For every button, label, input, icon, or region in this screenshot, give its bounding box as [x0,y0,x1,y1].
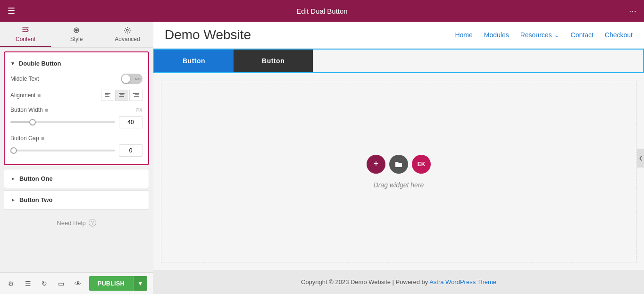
history-icon[interactable]: ↻ [39,278,50,289]
editor-title: Edit Dual Button [296,7,347,15]
double-button-label: Double Button [19,60,61,67]
tab-content[interactable]: Content [0,22,51,47]
need-help[interactable]: Need Help ? [0,211,153,234]
nav-modules[interactable]: Modules [484,31,509,39]
sidebar-content: ▼ Double Button Middle Text Alignment ◼ [0,48,153,272]
slider-fill [10,121,31,123]
button-gap-label: Button Gap ◼ [10,135,142,142]
button-width-label: Button Width ◼ [10,107,133,113]
button-width-row: Button Width ◼ PX [5,104,148,114]
toggle-knob [122,75,130,83]
tab-advanced-label: Advanced [115,36,140,42]
site-footer: Copyright © 2023 Demo Website | Powered … [153,270,644,294]
middle-text-label: Middle Text [10,76,117,82]
middle-text-toggle[interactable] [121,74,142,84]
tab-content-label: Content [16,36,35,42]
demo-nav: Demo Website Home Modules Resources ⌄ Co… [153,22,644,49]
tab-style-label: Style [70,36,83,42]
button-two-arrow-icon: ► [11,197,16,202]
monitor-icon-3: ◼ [41,136,44,141]
button-one[interactable]: Button [154,50,234,72]
gap-slider-thumb[interactable] [10,147,17,154]
button-gap-slider[interactable] [10,150,115,151]
px-label: PX [136,108,142,113]
content-area: Button Button + EK Drag widget here [153,49,644,270]
button-gap-row: Button Gap ◼ [5,132,148,143]
button-width-slider-row [5,114,148,132]
slider-thumb[interactable] [29,119,36,126]
nav-links: Home Modules Resources ⌄ Contact Checkou… [455,31,633,39]
button-two-section: ► Button Two [4,190,149,210]
chevron-down-icon: ⌄ [554,31,560,39]
drop-zone-actions: + EK [367,155,431,174]
dual-buttons: Button Button [154,50,643,72]
publish-group: PUBLISH ▼ [89,276,147,291]
sidebar-tabs: Content Style Advanced [0,22,153,48]
button-one-section: ► Button One [4,169,149,188]
nav-contact[interactable]: Contact [571,31,594,39]
publish-button[interactable]: PUBLISH [89,276,133,291]
button-two-label: Button Two [19,196,53,203]
preview-icon[interactable]: ▭ [56,278,67,289]
button-gap-input[interactable] [119,144,142,157]
site-title: Demo Website [165,27,251,42]
panel-collapse-handle[interactable]: ❮ [637,149,644,168]
menu-icon[interactable]: ☰ [8,6,15,16]
double-button-section: ▼ Double Button Middle Text Alignment ◼ [4,51,149,165]
nav-home[interactable]: Home [455,31,472,39]
footer-link[interactable]: Astra WordPress Theme [429,278,496,286]
double-button-header[interactable]: ▼ Double Button [5,56,148,71]
alignment-buttons [101,90,142,101]
layers-icon[interactable]: ☰ [22,278,33,289]
settings-icon[interactable]: ⚙ [6,278,17,289]
folder-button[interactable] [389,155,408,174]
button-gap-slider-row [5,143,148,160]
ext-button[interactable]: EK [412,155,431,174]
button-one-arrow-icon: ► [11,176,16,181]
nav-checkout[interactable]: Checkout [605,31,633,39]
tab-advanced[interactable]: Advanced [102,22,153,47]
collapse-arrow-icon: ▼ [10,61,15,66]
nav-resources[interactable]: Resources ⌄ [520,31,560,39]
sidebar: Content Style Advanced [0,22,153,294]
drop-zone: + EK Drag widget here [161,81,636,262]
align-right-button[interactable] [129,90,142,101]
button-one-label: Button One [19,175,53,182]
need-help-text: Need Help [57,219,85,227]
alignment-label: Alignment ◼ [10,92,97,99]
svg-point-2 [126,29,128,31]
align-center-button[interactable] [115,90,128,101]
button-two-header[interactable]: ► Button Two [4,191,149,209]
button-one-header[interactable]: ► Button One [4,169,149,188]
alignment-row: Alignment ◼ [5,87,148,104]
middle-text-row: Middle Text [5,71,148,87]
right-panel: ❮ Demo Website Home Modules Resources ⌄ … [153,22,644,294]
drop-zone-text: Drag widget here [374,181,424,189]
dual-button-widget: Button Button [153,49,644,73]
align-left-button[interactable] [101,90,114,101]
eye-icon[interactable]: 👁 [72,278,83,289]
bottom-bar: ⚙ ☰ ↻ ▭ 👁 PUBLISH ▼ [0,272,153,294]
footer-text: Copyright © 2023 Demo Website | Powered … [301,278,429,286]
button-width-slider-container [10,116,142,128]
svg-point-1 [75,29,77,31]
monitor-icon-2: ◼ [45,108,48,112]
help-icon: ? [89,219,96,227]
tab-style[interactable]: Style [51,22,102,47]
grid-icon[interactable]: ⋯ [629,7,636,16]
add-widget-button[interactable]: + [367,155,385,174]
monitor-icon: ◼ [37,93,41,98]
button-two[interactable]: Button [234,50,313,72]
button-width-input[interactable] [119,116,142,128]
button-width-slider[interactable] [10,121,115,123]
button-gap-slider-container [10,144,142,157]
top-bar: ☰ Edit Dual Button ⋯ [0,0,644,22]
publish-dropdown-button[interactable]: ▼ [133,276,147,291]
main-layout: Content Style Advanced [0,22,644,294]
